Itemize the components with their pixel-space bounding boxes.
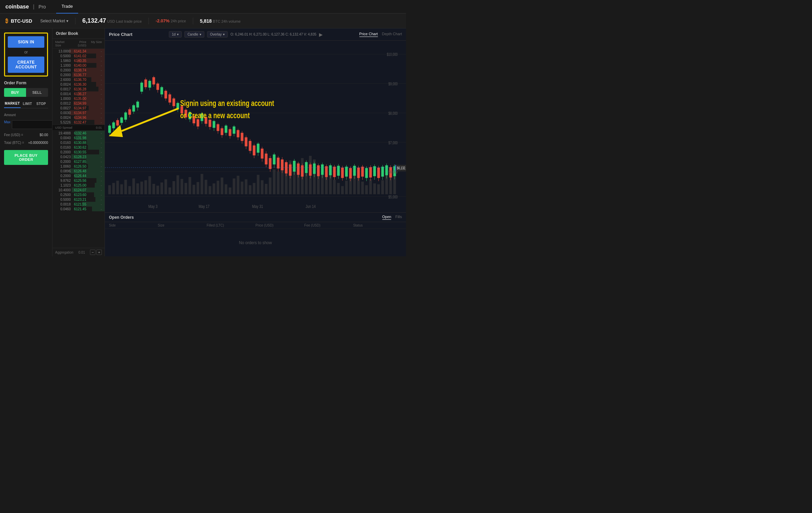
svg-rect-23 (177, 175, 179, 194)
ask-size: 0.2000 (55, 73, 71, 77)
ask-my-size: - (86, 106, 102, 110)
oo-tab-fills[interactable]: Fills (395, 215, 402, 220)
limit-tab[interactable]: LIMIT (21, 100, 35, 108)
ob-bid-row[interactable]: 0.5000 6123.21 - (52, 197, 105, 202)
bid-price: 6126.50 (71, 165, 86, 168)
svg-rect-125 (201, 113, 203, 121)
svg-rect-139 (229, 129, 231, 136)
oo-col-price: Price (USD) (255, 223, 304, 227)
svg-rect-99 (149, 81, 151, 88)
amount-input[interactable] (12, 120, 52, 129)
bid-size: 0.2000 (55, 174, 71, 178)
ob-ask-row[interactable]: 5.5226 6132.47 - (52, 120, 105, 125)
ob-ask-row[interactable]: 0.0024 6134.96 - (52, 115, 105, 120)
price-chart-tab[interactable]: Price Chart (359, 32, 378, 37)
ob-ask-row[interactable]: 0.0030 6134.97 - (52, 110, 105, 115)
create-account-button[interactable]: CREATE ACCOUNT (8, 57, 44, 73)
interval-selector[interactable]: 1d ▾ (169, 31, 182, 38)
candle-selector[interactable]: Candle ▾ (184, 31, 204, 38)
ob-bid-row[interactable]: 19.4888 6132.46 - (52, 131, 105, 135)
svg-rect-13 (136, 184, 139, 194)
svg-rect-25 (184, 183, 187, 194)
ob-bid-row[interactable]: 10.4000 6124.07 - (52, 188, 105, 192)
ob-ask-row[interactable]: 1.1000 6140.00 - (52, 63, 105, 68)
ticker-pair-label: BTC-USD (11, 18, 32, 24)
overlay-selector[interactable]: Overlay ▾ (207, 31, 228, 38)
ob-ask-row[interactable]: 2.6000 6136.70 - (52, 77, 105, 82)
chevron-down-icon: ▾ (66, 19, 68, 23)
svg-rect-181 (313, 164, 316, 174)
ob-bid-row[interactable]: 1.1023 6125.00 - (52, 183, 105, 188)
aggregation-decrease-button[interactable]: − (90, 250, 95, 255)
stop-tab[interactable]: STOP (34, 100, 48, 108)
or-text: or (8, 50, 44, 55)
ob-ask-row[interactable]: 1.0000 6135.00 - (52, 96, 105, 101)
ob-bid-row[interactable]: 0.0040 6131.98 - (52, 135, 105, 140)
max-link[interactable]: Max (4, 120, 10, 129)
ob-bid-row[interactable]: 0.2500 6123.60 - (52, 192, 105, 197)
svg-rect-179 (309, 165, 312, 176)
ob-bid-row[interactable]: 0.0896 6126.48 - (52, 169, 105, 173)
svg-rect-43 (257, 175, 260, 194)
svg-rect-107 (164, 91, 167, 99)
ob-ask-row[interactable]: 0.0017 6136.28 - (52, 87, 105, 91)
ask-my-size: - (86, 83, 102, 86)
ob-ask-row[interactable]: 1.5860 6140.35 - (52, 58, 105, 63)
ask-my-size: - (86, 87, 102, 91)
svg-rect-103 (156, 84, 159, 90)
ob-ask-row[interactable]: 0.5000 6141.02 - (52, 54, 105, 58)
overlay-chevron-icon: ▾ (223, 33, 225, 36)
ob-bid-row[interactable]: 0.0460 6121.45 - (52, 207, 105, 211)
bid-my-size: - (86, 184, 102, 187)
ask-price: 6136.28 (71, 87, 86, 91)
ob-ask-row[interactable]: 0.0012 6134.99 - (52, 101, 105, 106)
ticker-volume-group: 5,818 BTC 24h volume (200, 18, 241, 24)
ob-bid-row[interactable]: 0.2000 6130.55 - (52, 150, 105, 154)
svg-text:$9,000: $9,000 (388, 82, 398, 86)
aggregation-increase-button[interactable]: + (96, 250, 102, 255)
ob-ask-row[interactable]: 0.2000 6136.77 - (52, 72, 105, 77)
ob-bid-row[interactable]: 0.0018 6121.55 - (52, 202, 105, 207)
svg-rect-95 (140, 83, 143, 92)
ob-bid-row[interactable]: 0.0160 6130.62 - (52, 145, 105, 150)
bid-price: 6123.21 (71, 198, 86, 201)
oo-tab-open[interactable]: Open (382, 215, 391, 220)
sign-in-button[interactable]: SIGN IN (8, 36, 44, 48)
select-market-label: Select Market (40, 19, 65, 23)
ob-bid-row[interactable]: 1.0060 6126.50 - (52, 164, 105, 169)
place-order-button[interactable]: PLACE BUY ORDER (4, 150, 48, 165)
interval-label: 1d (172, 33, 176, 36)
market-tab[interactable]: MARKET (4, 100, 21, 108)
svg-rect-87 (124, 112, 127, 120)
svg-rect-123 (197, 119, 199, 126)
svg-rect-39 (241, 181, 243, 194)
nav-tab-trade[interactable]: Trade (56, 0, 78, 14)
bid-size: 0.2000 (55, 160, 71, 164)
svg-text:$7,000: $7,000 (388, 140, 398, 145)
ticker-currency: USD (107, 19, 116, 23)
ob-ask-row[interactable]: 0.0027 6134.97 - (52, 106, 105, 110)
ask-price: 6134.99 (71, 102, 86, 105)
aggregation-value: 0.01 (78, 251, 85, 254)
ask-price: 6132.47 (71, 121, 86, 124)
sell-tab[interactable]: SELL (26, 88, 48, 97)
svg-rect-129 (209, 120, 211, 127)
bid-my-size: - (86, 193, 102, 197)
ob-bid-row[interactable]: 0.2000 6126.44 - (52, 173, 105, 178)
ob-ask-row[interactable]: 0.0024 6136.30 - (52, 82, 105, 87)
expand-icon[interactable]: ▶ (319, 32, 323, 37)
ob-ask-row[interactable]: 13.0000 6141.34 - (52, 49, 105, 54)
svg-rect-173 (297, 164, 300, 175)
select-market[interactable]: Select Market ▾ (40, 19, 68, 23)
ob-bid-row[interactable]: 0.0160 6130.88 - (52, 140, 105, 145)
ticker-change-group: -2.07% 24h price (156, 18, 186, 23)
buy-tab[interactable]: BUY (4, 88, 26, 97)
ob-bid-row[interactable]: 0.0423 6128.23 - (52, 154, 105, 159)
ob-bid-row[interactable]: 9.8762 6125.56 - (52, 178, 105, 183)
ob-ask-row[interactable]: 0.2000 6138.74 - (52, 68, 105, 72)
svg-rect-193 (337, 166, 340, 176)
ob-bid-row[interactable]: 0.2000 6127.85 - (52, 159, 105, 164)
depth-chart-tab[interactable]: Depth Chart (382, 32, 402, 37)
ob-ask-row[interactable]: 0.0014 6136.27 - (52, 91, 105, 96)
svg-rect-47 (273, 169, 275, 194)
